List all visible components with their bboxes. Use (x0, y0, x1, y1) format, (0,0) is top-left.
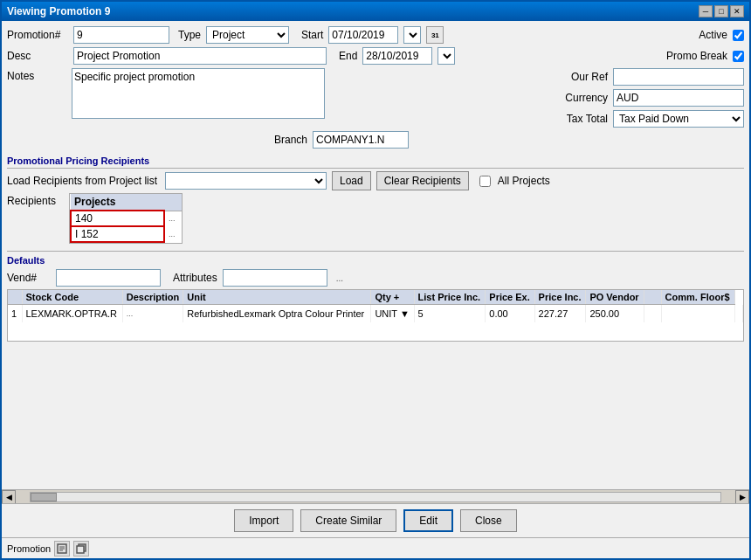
row-num: 1 (8, 305, 22, 322)
attr-input[interactable] (223, 269, 327, 287)
close-button[interactable]: ✕ (730, 5, 744, 17)
stock-table-header-row: Stock Code Description Unit Qty + List P… (8, 290, 743, 305)
promo-label: Promotion# (7, 29, 68, 41)
all-projects-checkbox[interactable] (479, 176, 491, 187)
minimize-button[interactable]: ─ (699, 5, 713, 17)
currency-row: Currency (547, 89, 744, 107)
type-select[interactable]: Project (206, 26, 289, 44)
currency-label: Currency (547, 92, 608, 104)
col-description: Description (122, 290, 183, 305)
col-num (8, 290, 22, 305)
create-similar-button[interactable]: Create Similar (300, 509, 396, 532)
promobreak-label: Promo Break (666, 50, 727, 62)
bottom-buttons-bar: Import Create Similar Edit Close (2, 503, 749, 537)
desc-label: Desc (7, 50, 68, 62)
currency-input[interactable] (613, 89, 744, 107)
attr-label: Attributes (173, 272, 217, 284)
import-button[interactable]: Import (234, 509, 293, 532)
stock-table: Stock Code Description Unit Qty + List P… (8, 290, 743, 322)
vend-label: Vend# (7, 272, 51, 284)
comm-floor-cell (734, 305, 742, 322)
table-row[interactable]: I 152 ... (71, 226, 182, 242)
col-price-ex: Price Ex. (486, 290, 534, 305)
notes-row: Notes Specific project promotion Our Ref… (7, 68, 744, 128)
desc-input[interactable] (73, 47, 327, 65)
promobreak-checkbox[interactable] (733, 51, 744, 62)
start-calendar-icon[interactable]: 31 (426, 26, 444, 44)
end-input[interactable] (362, 47, 432, 65)
projects-column-spacer (164, 194, 182, 211)
all-projects-label: All Projects (498, 175, 550, 187)
recipients-table-container: Projects 140 ... I 152 ... (69, 193, 183, 244)
desc-row: Desc End Promo Break (7, 47, 744, 65)
active-checkbox[interactable] (733, 30, 744, 41)
branch-label: Branch (274, 134, 307, 146)
start-time-select[interactable] (403, 26, 421, 44)
col-qty: Qty + (371, 290, 414, 305)
ourref-row: Our Ref (547, 68, 744, 86)
notes-label: Notes (7, 68, 68, 82)
svg-rect-5 (77, 546, 84, 553)
ourref-label: Our Ref (547, 71, 608, 83)
type-label: Type (178, 29, 201, 41)
main-content: Promotion# Type Project Start 31 Active … (2, 21, 749, 489)
maximize-button[interactable]: □ (714, 5, 728, 17)
defaults-section: Defaults Vend# Attributes ... Stock Code… (7, 251, 744, 342)
stock-table-container: Stock Code Description Unit Qty + List P… (7, 289, 744, 342)
promo-row: Promotion# Type Project Start 31 Active (7, 26, 744, 44)
price-inc-cell: 250.00 (586, 305, 644, 322)
stock-ellipsis[interactable]: ... (122, 305, 183, 322)
pricing-section-header: Promotional Pricing Recipients (7, 156, 744, 169)
start-label: Start (301, 29, 323, 41)
table-row[interactable]: 140 ... (71, 211, 182, 226)
promo-input[interactable] (73, 26, 169, 44)
end-label: End (339, 50, 357, 62)
end-time-select[interactable] (438, 47, 455, 65)
load-recipients-select[interactable] (165, 172, 327, 190)
recipients-table: Projects 140 ... I 152 ... (70, 194, 182, 243)
notes-textarea[interactable]: Specific project promotion (72, 68, 325, 119)
col-unit: Unit (183, 290, 371, 305)
row-ellipsis[interactable]: ... (164, 226, 182, 242)
status-bar: Promotion (2, 537, 749, 558)
project-cell: 140 (71, 211, 164, 226)
table-row[interactable]: 1 LEXMARK.OPTRA.R ... RefurbishedLexmark… (8, 305, 743, 322)
scroll-thumb[interactable] (31, 493, 57, 501)
row-ellipsis[interactable]: ... (164, 211, 182, 226)
branch-row: Branch (7, 131, 744, 149)
load-recipients-row: Load Recipients from Project list Load C… (7, 171, 744, 190)
col-empty (644, 290, 661, 305)
vend-input[interactable] (56, 269, 161, 287)
scroll-right-button[interactable]: ▶ (735, 490, 749, 504)
status-icon-2[interactable] (73, 541, 89, 557)
ourref-input[interactable] (613, 68, 744, 86)
close-button[interactable]: Close (460, 509, 517, 532)
window-title: Viewing Promotion 9 (7, 5, 110, 17)
scroll-left-button[interactable]: ◀ (2, 490, 16, 504)
col-stock-code: Stock Code (22, 290, 122, 305)
unit-cell: UNIT ▼ (371, 305, 414, 322)
start-input[interactable] (328, 26, 398, 44)
attr-ellipsis[interactable]: ... (336, 273, 343, 283)
price-ex-cell: 227.27 (534, 305, 586, 322)
qty-cell: 5 (414, 305, 486, 322)
pricing-section: Promotional Pricing Recipients Load Reci… (7, 154, 744, 244)
branch-input[interactable] (313, 131, 409, 149)
title-bar: Viewing Promotion 9 ─ □ ✕ (2, 2, 749, 21)
clear-recipients-button[interactable]: Clear Recipients (376, 171, 469, 190)
load-button[interactable]: Load (332, 171, 371, 190)
scroll-track[interactable] (30, 492, 721, 502)
active-label: Active (699, 29, 727, 41)
col-price-inc: Price Inc. (534, 290, 586, 305)
taxtotal-row: Tax Total Tax Paid Down (547, 110, 744, 128)
copy-icon (76, 543, 86, 554)
status-icon-1[interactable] (54, 541, 70, 557)
taxtotal-select[interactable]: Tax Paid Down (613, 110, 744, 128)
edit-button[interactable]: Edit (403, 509, 453, 532)
col-list-price: List Price Inc. (414, 290, 486, 305)
status-text: Promotion (7, 543, 51, 554)
description-cell: RefurbishedLexmark Optra Colour Printer (183, 305, 371, 322)
vend-row: Vend# Attributes ... (7, 269, 744, 287)
load-recipients-label: Load Recipients from Project list (7, 175, 160, 187)
horizontal-scrollbar[interactable]: ◀ ▶ (2, 489, 749, 503)
